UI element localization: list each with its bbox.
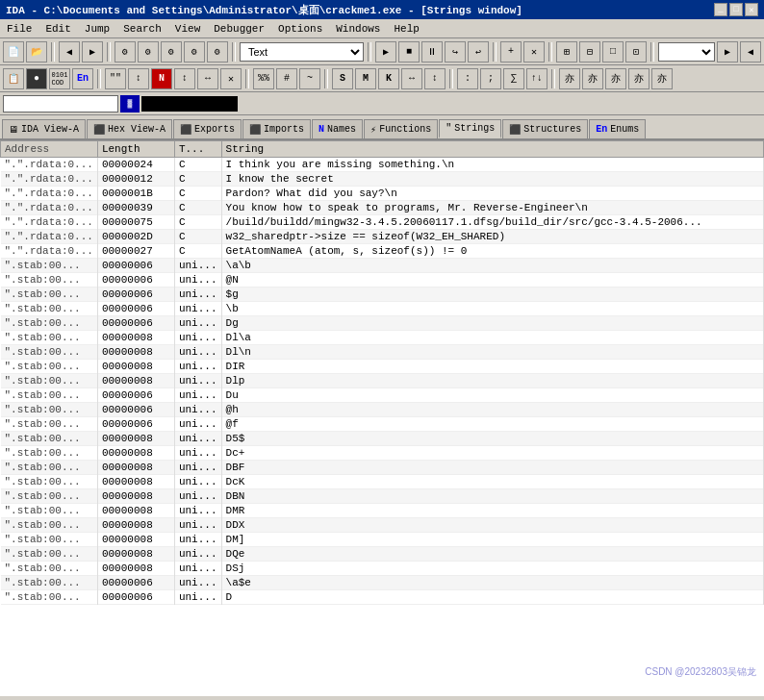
t2-btn22[interactable]: ↑↓ [526,68,548,89]
menu-search[interactable]: Search [120,22,165,36]
t2-btn8[interactable]: ↕ [174,68,195,89]
table-row[interactable]: ".stab:00... 00000006 uni... \b [1,302,764,316]
table-row[interactable]: ".stab:00... 00000006 uni... $g [1,288,764,302]
t2-btn7[interactable]: N [151,68,172,89]
menu-windows[interactable]: Windows [333,22,383,36]
table-row[interactable]: ".stab:00... 00000008 uni... DMR [1,504,764,518]
table-row[interactable]: ".stab:00... 00000008 uni... DDX [1,518,764,533]
table-row[interactable]: ".stab:00... 00000006 uni... D [1,590,764,605]
t2-btn25[interactable]: 亦 [605,68,626,89]
table-row[interactable]: ".stab:00... 00000008 uni... DM] [1,533,764,547]
add-button[interactable]: + [500,41,522,62]
play-button[interactable]: ▶ [375,41,396,62]
menu-jump[interactable]: Jump [82,22,113,36]
new-button[interactable]: 📄 [3,41,24,62]
col-length[interactable]: Length [97,141,174,158]
open-button[interactable]: 📂 [26,41,47,62]
t2-btn4[interactable]: En [72,68,93,89]
table-row[interactable]: ".stab:00... 00000006 uni... @h [1,403,764,417]
nav-go-btn[interactable]: ▶ [717,41,738,62]
table-row[interactable]: ".stab:00... 00000008 uni... Dl\n [1,345,764,360]
close-btn[interactable]: ✕ [523,41,545,62]
menu-options[interactable]: Options [275,22,325,36]
tab-hex-view[interactable]: ⬛ Hex View-A [87,119,172,138]
grid4-btn[interactable]: ⊡ [625,41,647,62]
table-row[interactable]: ".stab:00... 00000008 uni... DBF [1,461,764,475]
btn3[interactable]: ⚙ [115,41,136,62]
t2-btn19[interactable]: : [457,68,478,89]
table-row[interactable]: ".stab:00... 00000006 uni... Dg [1,316,764,331]
table-row[interactable]: ".stab:00... 00000008 uni... DIR [1,360,764,374]
table-row[interactable]: ".".rdata:0... 00000075 C /build/buildd/… [1,215,764,230]
tab-ida-view[interactable]: 🖥 IDA View-A [2,119,86,138]
table-row[interactable]: ".stab:00... 00000008 uni... Dl\a [1,331,764,345]
forward-button[interactable]: ▶ [82,41,103,62]
t2-btn21[interactable]: ∑ [503,68,524,89]
table-row[interactable]: ".".rdata:0... 0000002D C w32_sharedptr-… [1,230,764,244]
tab-enums[interactable]: En Enums [589,119,646,138]
tab-names[interactable]: N Names [312,119,363,138]
pause-button[interactable]: ⏸ [421,41,443,62]
t2-btn3[interactable]: 0101COD [49,68,70,89]
minimize-button[interactable]: _ [714,3,727,16]
t2-btn27[interactable]: 亦 [651,68,673,89]
t2-btn16[interactable]: K [378,68,399,89]
t2-btn14[interactable]: S [332,68,353,89]
table-row[interactable]: ".stab:00... 00000008 uni... DSj [1,562,764,576]
view-type-dropdown[interactable]: Text Graph Proximity [240,42,364,62]
table-row[interactable]: ".stab:00... 00000006 uni... @f [1,417,764,432]
search-input[interactable] [3,95,118,112]
back-button[interactable]: ◀ [59,41,80,62]
t2-btn11[interactable]: %% [253,68,274,89]
grid3-btn[interactable]: □ [602,41,624,62]
menu-edit[interactable]: Edit [42,22,73,36]
t2-btn13[interactable]: ~ [299,68,320,89]
t2-btn23[interactable]: 亦 [559,68,580,89]
grid1-btn[interactable]: ⊞ [556,41,577,62]
t2-btn1[interactable]: 📋 [3,68,24,89]
table-row[interactable]: ".stab:00... 00000008 uni... Dlp [1,374,764,388]
menu-debugger[interactable]: Debugger [211,22,267,36]
btn6[interactable]: ⚙ [184,41,205,62]
table-row[interactable]: ".stab:00... 00000008 uni... D5$ [1,432,764,446]
grid2-btn[interactable]: ⊟ [579,41,600,62]
t2-btn2[interactable]: ● [26,68,47,89]
col-type[interactable]: T... [174,141,221,158]
tab-structures[interactable]: ⬛ Structures [502,119,588,138]
table-row[interactable]: ".".rdata:0... 00000039 C You know how t… [1,201,764,215]
btn7[interactable]: ⚙ [207,41,228,62]
col-address[interactable]: Address [1,141,98,158]
menu-file[interactable]: File [4,22,35,36]
t2-btn5[interactable]: "" [105,68,126,89]
maximize-button[interactable]: □ [729,3,743,16]
t2-btn20[interactable]: ; [480,68,501,89]
tab-exports[interactable]: ⬛ Exports [173,119,242,138]
table-row[interactable]: ".stab:00... 00000006 uni... \a\b [1,259,764,273]
t2-btn26[interactable]: 亦 [628,68,649,89]
table-row[interactable]: ".stab:00... 00000006 uni... @N [1,273,764,288]
table-row[interactable]: ".stab:00... 00000008 uni... DBN [1,489,764,504]
table-row[interactable]: ".stab:00... 00000006 uni... Du [1,388,764,403]
btn4[interactable]: ⚙ [138,41,159,62]
nav-dropdown[interactable] [658,42,715,62]
t2-btn24[interactable]: 亦 [582,68,603,89]
table-row[interactable]: ".stab:00... 00000008 uni... Dc+ [1,446,764,461]
table-row[interactable]: ".".rdata:0... 00000027 C GetAtomNameA (… [1,244,764,259]
nav-back-btn[interactable]: ◀ [740,41,761,62]
t2-btn17[interactable]: ↔ [401,68,422,89]
t2-btn6[interactable]: ↕ [128,68,149,89]
t2-btn9[interactable]: ↔ [197,68,218,89]
tab-functions[interactable]: ⚡ Functions [364,119,438,138]
tab-strings[interactable]: " Strings [439,119,501,138]
t2-btn12[interactable]: # [276,68,297,89]
stop-button[interactable]: ■ [398,41,420,62]
t2-btn15[interactable]: M [355,68,376,89]
table-row[interactable]: ".stab:00... 00000008 uni... DcK [1,475,764,489]
menu-view[interactable]: View [172,22,203,36]
t2-btn18[interactable]: ↕ [424,68,446,89]
step-btn[interactable]: ↪ [445,41,466,62]
menu-help[interactable]: Help [391,22,421,36]
table-row[interactable]: ".".rdata:0... 00000012 C I know the sec… [1,172,764,187]
table-row[interactable]: ".stab:00... 00000006 uni... \a$e [1,576,764,590]
close-button[interactable]: ✕ [745,3,758,16]
